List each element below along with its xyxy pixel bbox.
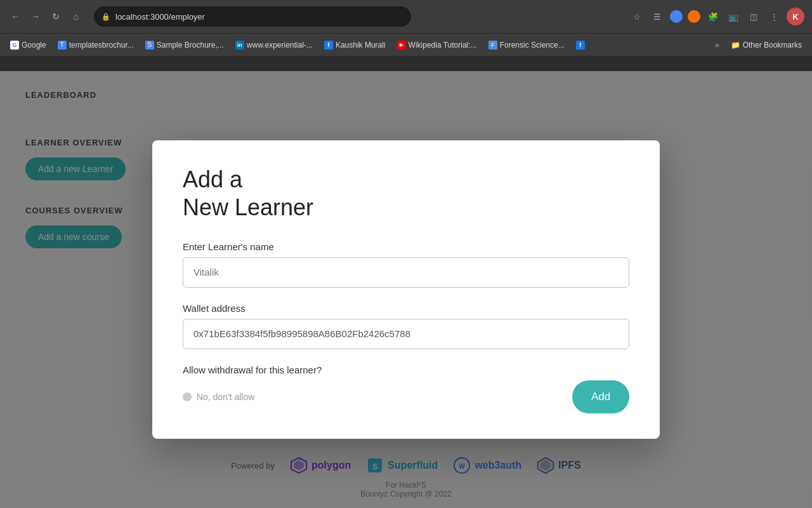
- modal-overlay[interactable]: Add a New Learner Enter Learner's name W…: [0, 71, 812, 508]
- address-bar[interactable]: 🔒 localhost:3000/employer: [94, 6, 411, 27]
- bookmarks-more[interactable]: »: [710, 39, 724, 51]
- modal-title: Add a New Learner: [183, 166, 629, 220]
- learner-name-group: Enter Learner's name: [183, 241, 629, 288]
- withdrawal-option-label: No, don't allow: [197, 392, 254, 402]
- learner-name-input[interactable]: [183, 257, 629, 288]
- fb2-favicon: f: [576, 41, 585, 50]
- bookmark-wikipedia[interactable]: ▶ Wikipedia Tutorial:...: [392, 39, 482, 51]
- home-button[interactable]: ⌂: [69, 9, 84, 24]
- bookmark-star-icon[interactable]: ☆: [629, 9, 645, 24]
- add-button[interactable]: Add: [572, 380, 629, 413]
- bookmark-forensic[interactable]: F Forensic Science...: [483, 39, 570, 51]
- page-content: LEADERBOARD LEARNER OVERVIEW Add a new L…: [0, 71, 812, 508]
- withdrawal-radio-group: No, don't allow: [183, 392, 254, 402]
- reload-button[interactable]: ↻: [48, 9, 63, 24]
- chrome-ext-1[interactable]: [670, 10, 683, 23]
- add-learner-modal: Add a New Learner Enter Learner's name W…: [152, 140, 660, 438]
- sidebar-icon[interactable]: ◫: [746, 9, 761, 24]
- bookmark-templates[interactable]: T templatesbrochur...: [53, 39, 139, 51]
- bookmark-google[interactable]: G Google: [5, 39, 51, 51]
- withdrawal-label: Allow withdrawal for this learner?: [183, 364, 629, 375]
- back-button[interactable]: ←: [8, 9, 23, 24]
- bookmark-label: Google: [22, 41, 46, 50]
- cast-icon[interactable]: 📺: [726, 9, 741, 24]
- profile-avatar[interactable]: K: [787, 8, 804, 25]
- linkedin-favicon: in: [235, 41, 244, 50]
- modal-title-line1: Add a: [183, 166, 242, 192]
- browser-chrome: ← → ↻ ⌂ 🔒 localhost:3000/employer ☆ ☰ 🧩 …: [0, 0, 812, 71]
- forward-button[interactable]: →: [28, 9, 43, 24]
- yt-favicon: ▶: [397, 41, 406, 50]
- bookmark-label: templatesbrochur...: [69, 41, 134, 50]
- extensions-puzzle-icon[interactable]: 🧩: [705, 9, 721, 24]
- bookmark-fb2[interactable]: f: [571, 39, 590, 51]
- url-text: localhost:3000/employer: [115, 12, 205, 22]
- chrome-ext-2[interactable]: [688, 10, 700, 23]
- browser-actions: ☆ ☰ 🧩 📺 ◫ ⋮ K: [629, 8, 804, 25]
- bookmarks-bar: G Google T templatesbrochur... S Sample …: [0, 33, 812, 56]
- wallet-address-label: Wallet address: [183, 303, 629, 314]
- bookmark-label: Wikipedia Tutorial:...: [409, 41, 477, 50]
- withdrawal-row: No, don't allow Add: [183, 380, 629, 413]
- sample-favicon: S: [145, 41, 154, 50]
- lock-icon: 🔒: [102, 13, 110, 21]
- bookmark-label: Sample Brochure,...: [157, 41, 224, 50]
- learner-name-label: Enter Learner's name: [183, 241, 629, 252]
- extensions-icon[interactable]: ☰: [650, 9, 665, 24]
- fb-favicon: f: [324, 41, 333, 50]
- other-bookmarks[interactable]: 📁 Other Bookmarks: [726, 39, 807, 51]
- menu-icon[interactable]: ⋮: [766, 9, 782, 24]
- bookmark-linkedin[interactable]: in www.experiential-...: [230, 39, 318, 51]
- wallet-address-input[interactable]: [183, 319, 629, 349]
- bookmark-kaushik[interactable]: f Kaushik Murali: [319, 39, 391, 51]
- bookmark-label: Kaushik Murali: [336, 41, 386, 50]
- google-favicon: G: [10, 41, 19, 50]
- wallet-address-group: Wallet address: [183, 303, 629, 349]
- browser-toolbar: ← → ↻ ⌂ 🔒 localhost:3000/employer ☆ ☰ 🧩 …: [0, 0, 812, 33]
- bookmark-label: www.experiential-...: [247, 41, 313, 50]
- modal-title-line2: New Learner: [183, 194, 313, 220]
- templates-favicon: T: [58, 41, 67, 50]
- forensic-favicon: F: [488, 41, 497, 50]
- withdrawal-section: Allow withdrawal for this learner? No, d…: [183, 364, 629, 413]
- bookmark-label: Forensic Science...: [500, 41, 565, 50]
- other-bookmarks-label: Other Bookmarks: [743, 41, 802, 50]
- withdrawal-radio[interactable]: [183, 392, 192, 401]
- bookmark-sample[interactable]: S Sample Brochure,...: [140, 39, 229, 51]
